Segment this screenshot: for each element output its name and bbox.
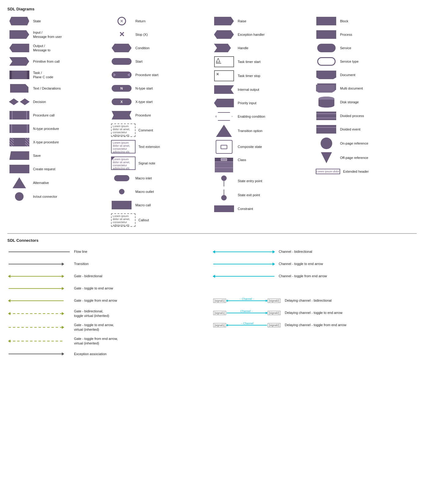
channel-to-line xyxy=(213,264,274,264)
flow-label: Flow line xyxy=(74,249,87,254)
connectors-right: Channel - bidirectional Channel - toggle… xyxy=(212,246,417,360)
label-alternative: Alternative xyxy=(33,181,49,185)
flow-line xyxy=(9,252,70,252)
item-task-timer-stop: ✕ Task timer stop xyxy=(212,69,314,83)
shape-div-process-wrap xyxy=(316,112,337,120)
shape-ext-header-wrap: Lorem ipsum dolor xyxy=(316,169,340,174)
label-procedure: Procedure xyxy=(136,113,151,117)
item-condition: Condition xyxy=(110,41,212,55)
prio-input-shape xyxy=(214,99,234,107)
exc-assoc-label: Exception association xyxy=(74,352,106,356)
channel-from-label: Channel - toggle from end arrow xyxy=(279,274,327,278)
shape-exc-handler-wrap xyxy=(213,30,235,39)
dc-from-line-wrap: ←Channel xyxy=(227,325,267,326)
conn-transition: Transition xyxy=(7,258,212,270)
shape-offpage-wrap xyxy=(316,152,337,163)
gate-bi-virt-line-wrap xyxy=(9,313,70,314)
start-shape xyxy=(112,58,132,65)
shape-inout-wrap xyxy=(9,192,30,201)
label-ntype-start: N-type start xyxy=(136,86,153,90)
item-service-type: Service type xyxy=(314,55,417,68)
item-offpage: Off-page reference xyxy=(314,151,417,165)
label-inout: In/out connector xyxy=(33,194,57,199)
label-document: Document xyxy=(340,73,355,77)
shape-disk-wrap xyxy=(316,97,337,108)
conn-gate-from-virt: Gate - toggle from end arrow,virtual (in… xyxy=(7,334,212,348)
sep-line xyxy=(224,181,224,186)
task-shape xyxy=(9,71,29,79)
task-timer-stop-shape: ✕ xyxy=(214,70,234,81)
delaying-bi-label: Delaying channel - bidirectional xyxy=(285,298,332,303)
gate-to-virt-line xyxy=(9,327,64,328)
signal-note-shape: Lorem ipsum dolor sit amet, consectetur … xyxy=(111,156,136,170)
shape-ntype-start-wrap xyxy=(111,85,132,92)
item-proc-call: Procedure call xyxy=(7,109,110,122)
label-create: Create request xyxy=(33,167,55,171)
shape-state-exit-wrap xyxy=(213,189,235,200)
shape-procedure-wrap xyxy=(111,111,132,120)
label-state: State xyxy=(33,19,41,23)
offpage-shape xyxy=(321,152,332,163)
connectors-left: Flow line Transition Gate - bidirectiona… xyxy=(7,246,212,360)
raise-shape xyxy=(214,17,234,25)
dc-from-signal2: [signal2] xyxy=(268,323,281,327)
alternative-shape xyxy=(13,177,26,188)
shape-transition-opt-wrap xyxy=(213,125,235,137)
label-offpage: Off-page reference xyxy=(340,156,368,160)
item-onpage: On-page reference xyxy=(314,136,417,151)
label-div-event: Divided event xyxy=(340,127,361,131)
item-transition-opt: Transition option xyxy=(212,123,314,138)
ext-header-text: Lorem ipsum dolor xyxy=(316,169,340,174)
item-handle: Handle xyxy=(212,41,314,55)
xtype-start-shape xyxy=(112,98,132,105)
class-shape xyxy=(215,158,233,172)
composite-shape xyxy=(216,140,232,154)
item-raise: Raise xyxy=(212,14,314,28)
conn-gate-bi-virt: Gate - bidirectional,toggle virtual (inh… xyxy=(7,307,212,321)
shape-prio-input-wrap xyxy=(213,99,235,107)
block-shape xyxy=(316,17,336,25)
service-type-shape xyxy=(317,57,336,66)
dc-from-signal1: [signal1] xyxy=(213,323,226,327)
item-service: Service xyxy=(314,41,417,55)
item-disk: Disk storage xyxy=(314,95,417,109)
gate-from-virt-line xyxy=(9,341,64,341)
label-div-process: Divided process xyxy=(340,114,364,118)
item-macro-outlet: Macro outlet xyxy=(110,185,212,198)
shape-state-wrap xyxy=(9,17,30,25)
shape-task-timer-stop-wrap: ✕ xyxy=(213,70,235,81)
shape-proc-call-wrap xyxy=(9,111,30,120)
connectors-section: SDL Connectors Flow line Transition xyxy=(7,233,417,360)
int-output-shape xyxy=(214,85,234,94)
label-state-exit: State exit point xyxy=(238,193,260,197)
item-ntype-proc: N-type procedure xyxy=(7,122,110,135)
gate-from-label: Gate - toggle from end arrow xyxy=(74,298,117,303)
label-signal-note: Signal note xyxy=(139,161,155,165)
sdl-diagrams-title: SDL Diagrams xyxy=(7,7,417,11)
dc-bi-signal1: [signal1] xyxy=(213,299,226,303)
multidoc-shape xyxy=(316,83,337,93)
text-decl-shape xyxy=(10,84,28,93)
item-ext-header: Lorem ipsum dolor Extended header xyxy=(314,165,417,178)
label-text-ext: Text extension xyxy=(139,145,160,149)
label-task: Task /Plane C code xyxy=(33,71,53,79)
sexp-line xyxy=(224,189,224,195)
label-enabling: Enabling condition xyxy=(238,114,265,119)
item-block: Block xyxy=(314,14,417,28)
gate-bi-line xyxy=(9,276,64,277)
item-start: Start xyxy=(110,55,212,68)
save-shape xyxy=(9,151,29,160)
conn-gate-to-virt: Gate - toggle to end arrow,virtual (inhe… xyxy=(7,321,212,334)
class-bottom xyxy=(215,168,233,172)
shape-constraint-wrap xyxy=(213,205,235,212)
item-document: Document xyxy=(314,68,417,82)
col4: Block Process Service Service type Docum… xyxy=(314,14,417,228)
item-text-decl: Text / Declarations xyxy=(7,82,110,95)
item-primitive: Primitive from call xyxy=(7,55,110,68)
disk-shape xyxy=(318,97,334,108)
task-timer-start-shape xyxy=(214,56,234,67)
item-comment: Lorem ipsum dolor sit amet, consectetur … xyxy=(110,122,212,138)
shape-text-decl-wrap xyxy=(9,84,30,93)
dc-from-channel-label: ←Channel xyxy=(240,322,254,325)
sexp-dot xyxy=(221,195,227,200)
